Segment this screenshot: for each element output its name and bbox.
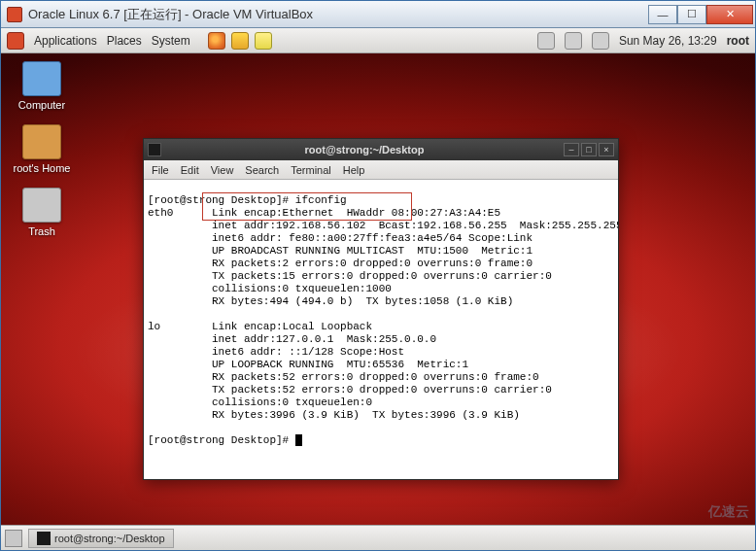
terminal-menubar: File Edit View Search Terminal Help xyxy=(144,160,618,180)
desktop-icon-label: Computer xyxy=(11,99,73,111)
terminal-window: root@strong:~/Desktop – □ × File Edit Vi… xyxy=(143,138,619,480)
terminal-output-line: RX bytes:3996 (3.9 KiB) TX bytes:3996 (3… xyxy=(148,409,520,421)
desktop-icon-home[interactable]: root's Home xyxy=(11,124,73,174)
terminal-output-line: TX packets:15 errors:0 dropped:0 overrun… xyxy=(148,270,552,282)
watermark: 亿速云 xyxy=(708,503,749,521)
terminal-output-line: RX bytes:494 (494.0 b) TX bytes:1058 (1.… xyxy=(148,295,513,307)
terminal-output-line: inet6 addr: ::1/128 Scope:Host xyxy=(148,346,404,358)
notes-icon[interactable] xyxy=(255,32,272,50)
terminal-output-line: inet6 addr: fe80::a00:27ff:fea3:a4e5/64 … xyxy=(148,232,533,244)
terminal-title: root@strong:~/Desktop xyxy=(167,144,562,155)
terminal-output-line: lo Link encap:Local Loopback xyxy=(148,321,372,332)
taskbar-item-label: root@strong:~/Desktop xyxy=(54,533,165,544)
terminal-minimize-button[interactable]: – xyxy=(564,143,579,156)
menu-applications[interactable]: Applications xyxy=(34,34,97,48)
desktop-icon-label: root's Home xyxy=(11,162,73,174)
battery-icon[interactable] xyxy=(592,32,609,50)
mail-icon[interactable] xyxy=(231,32,249,50)
terminal-menu-search[interactable]: Search xyxy=(245,164,279,176)
menu-system[interactable]: System xyxy=(152,34,190,48)
terminal-output-line: inet addr:192.168.56.102 Bcast:192.168.5… xyxy=(148,220,618,231)
desktop-icons: Computer root's Home Trash xyxy=(11,61,73,237)
clock[interactable]: Sun May 26, 13:29 xyxy=(619,34,717,48)
outer-close-button[interactable]: ✕ xyxy=(706,5,753,24)
outer-maximize-button[interactable]: ☐ xyxy=(677,5,706,24)
terminal-titlebar[interactable]: root@strong:~/Desktop – □ × xyxy=(144,139,618,160)
volume-icon[interactable] xyxy=(537,32,555,50)
network-icon[interactable] xyxy=(565,32,582,50)
menu-places[interactable]: Places xyxy=(107,34,142,48)
terminal-output-line: inet addr:127.0.0.1 Mask:255.0.0.0 xyxy=(148,333,436,345)
terminal-menu-view[interactable]: View xyxy=(211,164,234,176)
terminal-prompt: [root@strong Desktop]# xyxy=(148,434,295,446)
desktop-icon-trash[interactable]: Trash xyxy=(11,188,73,237)
terminal-output-line: collisions:0 txqueuelen:1000 xyxy=(148,283,392,294)
terminal-close-button[interactable]: × xyxy=(599,143,614,156)
outer-window-title: Oracle Linux 6.7 [正在运行] - Oracle VM Virt… xyxy=(28,6,648,23)
vm-screen: Applications Places System Sun May 26, 1… xyxy=(1,28,755,550)
terminal-menu-help[interactable]: Help xyxy=(343,164,365,176)
terminal-output-line: RX packets:52 errors:0 dropped:0 overrun… xyxy=(148,371,539,383)
terminal-output-line: UP LOOPBACK RUNNING MTU:65536 Metric:1 xyxy=(148,359,468,370)
firefox-icon[interactable] xyxy=(208,32,225,50)
terminal-menu-terminal[interactable]: Terminal xyxy=(291,164,331,176)
terminal-icon xyxy=(148,143,161,156)
gnome-foot-icon[interactable] xyxy=(7,32,24,50)
virtualbox-icon xyxy=(7,7,22,22)
desktop-icon-computer[interactable]: Computer xyxy=(11,61,73,111)
terminal-body[interactable]: [root@strong Desktop]# ifconfig eth0 Lin… xyxy=(144,180,618,479)
terminal-output-line: TX packets:52 errors:0 dropped:0 overrun… xyxy=(148,384,552,396)
taskbar-item-terminal[interactable]: root@strong:~/Desktop xyxy=(28,529,174,548)
terminal-maximize-button[interactable]: □ xyxy=(581,143,597,156)
gnome-bottom-panel: root@strong:~/Desktop xyxy=(1,525,755,550)
outer-minimize-button[interactable]: — xyxy=(648,5,677,24)
home-folder-icon xyxy=(22,124,61,159)
terminal-icon xyxy=(37,532,51,545)
computer-icon xyxy=(22,61,61,96)
desktop-icon-label: Trash xyxy=(11,225,73,237)
highlight-box xyxy=(202,192,412,221)
user-menu[interactable]: root xyxy=(727,34,749,48)
terminal-output-line: collisions:0 txqueuelen:0 xyxy=(148,396,372,408)
virtualbox-window: Oracle Linux 6.7 [正在运行] - Oracle VM Virt… xyxy=(0,0,756,551)
trash-icon xyxy=(22,188,61,223)
terminal-output-line: UP BROADCAST RUNNING MULTICAST MTU:1500 … xyxy=(148,245,533,257)
show-desktop-button[interactable] xyxy=(5,530,22,547)
terminal-cursor xyxy=(295,434,302,446)
outer-titlebar[interactable]: Oracle Linux 6.7 [正在运行] - Oracle VM Virt… xyxy=(1,1,755,28)
gnome-top-panel: Applications Places System Sun May 26, 1… xyxy=(1,28,755,53)
terminal-output-line: RX packets:2 errors:0 dropped:0 overruns… xyxy=(148,258,533,269)
terminal-menu-edit[interactable]: Edit xyxy=(181,164,199,176)
terminal-menu-file[interactable]: File xyxy=(152,164,169,176)
